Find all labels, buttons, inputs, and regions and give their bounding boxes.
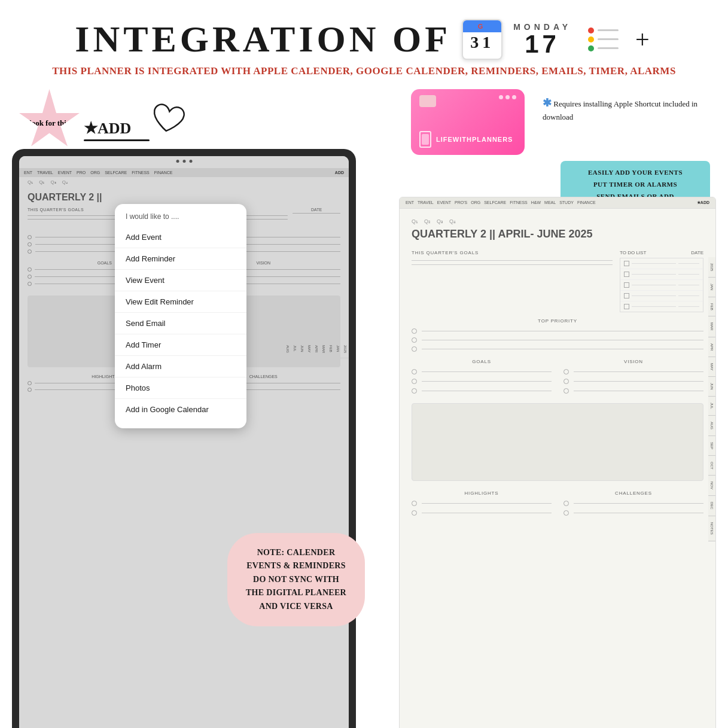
note-bubble-text: NOTE: CALENDER EVENTS & REMINDERS DO NOT…	[244, 546, 348, 613]
integration-title: INTEGRATION OF	[75, 18, 451, 60]
tablet-screen: ENT TRAVEL EVENT PRO ORG SELFCARE FITNES…	[19, 156, 349, 728]
popup-item-add-timer[interactable]: Add Timer	[115, 334, 246, 356]
heart-doodle	[146, 98, 189, 147]
card-dots	[499, 95, 516, 99]
right-highlights-challenges: HIGHLIGHTS CHALLENGES	[412, 491, 703, 516]
right-large-box	[412, 403, 703, 481]
subtitle: THIS PLANNER IS INTEGRATED WITH APPLE CA…	[12, 65, 716, 77]
right-quarter-numbers: Q₁ Q₂ Q₃ Q₄	[412, 218, 703, 224]
popup-menu: I would like to .... Add Event Add Remin…	[115, 204, 246, 428]
tablet-camera	[176, 160, 192, 163]
popup-header: I would like to ....	[115, 212, 246, 227]
quarter-numbers: Q₁ Q₂ Q₃ Q₄	[19, 177, 349, 187]
popup-item-view-edit-reminder[interactable]: View Edit Reminder	[115, 291, 246, 313]
card-chip	[419, 95, 436, 107]
right-goals-todo: THIS QUARTER'S GOALS TO DO LIST DATE	[412, 250, 703, 312]
popup-item-add-reminder[interactable]: Add Reminder	[115, 248, 246, 270]
right-goals-vision: GOALS VISION	[412, 359, 703, 394]
add-underline	[84, 139, 150, 141]
monday-badge: Monday 17	[513, 22, 571, 57]
header: INTEGRATION OF G 31 Monday 17	[0, 0, 728, 83]
pink-card: LIFEWITHPLANNERS	[411, 89, 525, 155]
side-year-tabs-left: 2025 JAN FEB MAR APR MAY JUN JUL AUG	[284, 340, 349, 358]
right-top-priority: TOP PRIORITY	[412, 318, 703, 352]
look-badge-container: look for this	[18, 89, 81, 152]
header-title: INTEGRATION OF G 31 Monday 17	[75, 18, 653, 60]
popup-item-add-google-calendar[interactable]: Add in Google Calendar	[115, 399, 246, 420]
right-quarterly-heading: QUARTERLY 2 || APRIL- JUNE 2025	[412, 228, 703, 240]
right-planner-nav: ENT TRAVEL EVENT PRO'S ORG SELFCARE FITN…	[400, 197, 715, 209]
popup-item-send-email[interactable]: Send Email	[115, 313, 246, 334]
popup-item-add-alarm[interactable]: Add Alarm	[115, 356, 246, 377]
right-side-year-tabs: 2025 JAN FEB MAR APR MAY JUN JUL AUG SEP…	[708, 257, 715, 541]
add-button-area: ★ADD	[84, 119, 150, 141]
note-bubble: NOTE: CALENDER EVENTS & REMINDERS DO NOT…	[227, 533, 365, 626]
pink-card-name: LIFEWITHPLANNERS	[436, 136, 513, 143]
tablet-device: ENT TRAVEL EVENT PRO ORG SELFCARE FITNES…	[12, 149, 356, 728]
popup-item-add-event[interactable]: Add Event	[115, 227, 246, 248]
phone-icon	[419, 131, 431, 148]
add-star-label: ★ADD	[84, 119, 150, 138]
plus-icon: +	[635, 25, 653, 54]
popup-item-photos[interactable]: Photos	[115, 377, 246, 399]
right-planner-body: Q₁ Q₂ Q₃ Q₄ QUARTERLY 2 || APRIL- JUNE 2…	[400, 209, 715, 525]
popup-item-view-event[interactable]: View Event	[115, 270, 246, 291]
quarterly-heading-left: QUARTERLY 2 ||	[19, 187, 349, 205]
apple-shortcut-note: ✱ Requires installing Apple Shortcut inc…	[543, 95, 710, 123]
google-calendar-icon: G 31	[462, 19, 502, 60]
right-planner-page: ENT TRAVEL EVENT PRO'S ORG SELFCARE FITN…	[399, 197, 716, 728]
planner-nav-left: ENT TRAVEL EVENT PRO ORG SELFCARE FITNES…	[19, 168, 349, 177]
look-badge-text: look for this	[29, 118, 71, 129]
reminders-icon	[582, 24, 625, 55]
